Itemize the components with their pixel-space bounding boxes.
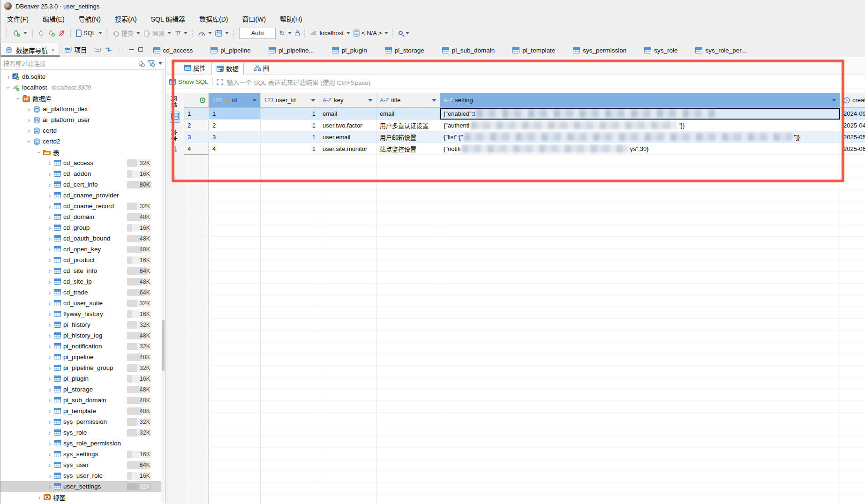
chevron-icon[interactable]: ›	[46, 430, 53, 435]
empty-cell[interactable]	[209, 272, 261, 284]
empty-cell[interactable]	[840, 413, 865, 424]
row-number-empty[interactable]	[184, 202, 209, 213]
tree-item-ai_platform_dex[interactable]: ›ai_platform_dex	[0, 104, 162, 114]
chevron-icon[interactable]: ›	[46, 387, 53, 392]
empty-cell[interactable]	[440, 389, 840, 401]
row-number-empty[interactable]	[184, 483, 209, 495]
row-number-empty[interactable]	[184, 495, 209, 504]
tree-item-localhost[interactable]: ›localhostlocalhost:3309	[0, 82, 162, 93]
empty-cell[interactable]	[261, 331, 319, 342]
empty-cell[interactable]	[440, 342, 840, 354]
row-number-empty[interactable]	[184, 424, 209, 436]
chevron-icon[interactable]: ›	[46, 312, 53, 316]
tree-item-cd_cname_record[interactable]: ›cd_cname_record32K	[0, 201, 162, 211]
chevron-down-icon[interactable]	[288, 32, 292, 34]
empty-cell[interactable]	[376, 342, 440, 354]
tree-item-certd[interactable]: ›certd	[0, 125, 162, 136]
chevron-icon[interactable]: ›	[46, 182, 53, 187]
chevron-icon[interactable]: ›	[46, 409, 53, 414]
menu-item[interactable]: 编辑(E)	[43, 14, 65, 23]
empty-cell[interactable]	[261, 225, 319, 237]
tree-item-cd_access[interactable]: ›cd_access32K	[0, 158, 162, 168]
menu-item[interactable]: 窗口(W)	[242, 14, 266, 23]
empty-cell[interactable]	[209, 366, 261, 377]
chevron-down-icon[interactable]	[98, 32, 102, 34]
chevron-down-icon[interactable]	[184, 32, 188, 34]
cell-setting[interactable]: {"enabled":t	[440, 108, 840, 120]
empty-cell[interactable]	[840, 202, 865, 213]
chevron-icon[interactable]: ›	[46, 344, 53, 349]
editor-tab-cd_access[interactable]: cd_access	[153, 47, 193, 54]
empty-cell[interactable]	[440, 202, 840, 213]
empty-cell[interactable]	[840, 448, 865, 459]
column-header-user-id[interactable]: 123 user_id	[261, 93, 319, 108]
editor-tab-sys_role_per[interactable]: sys_role_per...	[695, 47, 746, 54]
empty-cell[interactable]	[840, 471, 865, 483]
empty-cell[interactable]	[319, 307, 376, 319]
column-header-create-time[interactable]: create_t	[840, 93, 865, 108]
cell-user-id[interactable]: 1	[261, 120, 319, 131]
empty-cell[interactable]	[261, 178, 319, 190]
sidebar-scrollbar[interactable]	[161, 71, 165, 503]
empty-cell[interactable]	[440, 319, 840, 331]
tree-folder-views[interactable]: ›视图	[0, 492, 162, 503]
empty-cell[interactable]	[319, 248, 376, 260]
tree-item-sys_permission[interactable]: ›sys_permission32K	[0, 416, 162, 427]
empty-cell[interactable]	[440, 260, 840, 272]
chevron-icon[interactable]: ›	[27, 138, 31, 145]
empty-cell[interactable]	[209, 471, 261, 483]
empty-cell[interactable]	[261, 260, 319, 272]
empty-cell[interactable]	[440, 448, 840, 459]
empty-cell[interactable]	[440, 237, 840, 248]
empty-cell[interactable]	[209, 307, 261, 319]
empty-cell[interactable]	[319, 213, 376, 225]
column-dropdown-icon[interactable]	[252, 99, 257, 102]
tree-item-cd_site_ip[interactable]: ›cd_site_ip48K	[0, 276, 162, 287]
empty-cell[interactable]	[261, 401, 319, 413]
tree-item-cd_cert_info[interactable]: ›cd_cert_info80K	[0, 179, 162, 190]
menu-item[interactable]: 导航(N)	[79, 14, 101, 23]
chevron-icon[interactable]: ›	[26, 118, 32, 122]
empty-cell[interactable]	[440, 436, 840, 448]
tree-item-cd_oauth_bound[interactable]: ›cd_oauth_bound48K	[0, 233, 162, 244]
cell-setting[interactable]: {"notifiys":30}	[440, 143, 840, 155]
empty-cell[interactable]	[209, 354, 261, 366]
empty-cell[interactable]	[440, 272, 840, 284]
chevron-down-icon[interactable]	[136, 32, 140, 34]
empty-cell[interactable]	[209, 448, 261, 459]
chevron-icon[interactable]: ›	[46, 376, 53, 381]
row-number-empty[interactable]	[184, 284, 209, 295]
empty-cell[interactable]	[840, 272, 865, 284]
tree-item-sys_settings[interactable]: ›sys_settings16K	[0, 449, 162, 459]
cell-user-id[interactable]: 1	[261, 131, 319, 143]
empty-cell[interactable]	[376, 424, 440, 436]
chevron-icon[interactable]: ›	[5, 75, 12, 79]
empty-cell[interactable]	[319, 190, 376, 202]
empty-cell[interactable]	[376, 448, 440, 459]
chevron-icon[interactable]: ›	[46, 366, 53, 370]
empty-cell[interactable]	[209, 413, 261, 424]
menu-item[interactable]: 数据库(D)	[199, 14, 228, 23]
empty-cell[interactable]	[840, 459, 865, 471]
empty-cell[interactable]	[261, 284, 319, 295]
empty-cell[interactable]	[376, 401, 440, 413]
tree-item-cd_group[interactable]: ›cd_group16K	[0, 222, 162, 233]
connection-selector[interactable]: localhost	[310, 30, 350, 37]
empty-cell[interactable]	[261, 436, 319, 448]
tree-item-pi_storage[interactable]: ›pi_storage48K	[0, 384, 162, 395]
empty-cell[interactable]	[840, 225, 865, 237]
chevron-icon[interactable]: ›	[46, 247, 53, 252]
grid-corner-cell[interactable]	[184, 93, 209, 108]
new-connection-button[interactable]	[12, 30, 27, 37]
empty-cell[interactable]	[840, 366, 865, 377]
empty-cell[interactable]	[209, 495, 261, 504]
empty-cell[interactable]	[440, 284, 840, 295]
empty-cell[interactable]	[261, 483, 319, 495]
row-number-empty[interactable]	[184, 413, 209, 424]
empty-cell[interactable]	[319, 389, 376, 401]
empty-cell[interactable]	[840, 260, 865, 272]
empty-cell[interactable]	[209, 295, 261, 307]
empty-cell[interactable]	[319, 471, 376, 483]
empty-cell[interactable]	[319, 459, 376, 471]
empty-cell[interactable]	[440, 248, 840, 260]
